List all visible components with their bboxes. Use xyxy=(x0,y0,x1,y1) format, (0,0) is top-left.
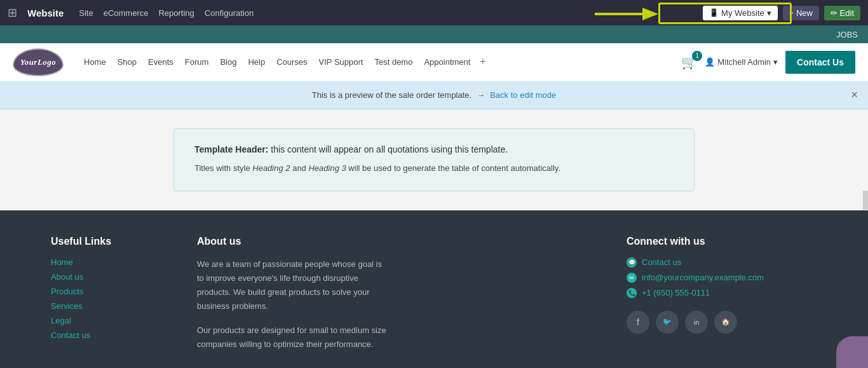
admin-nav-ecommerce[interactable]: eCommerce xyxy=(104,8,149,18)
footer-link-contact[interactable]: Contact us xyxy=(51,331,178,340)
user-label: Mitchell Admin xyxy=(717,57,771,67)
template-body: Titles with style Heading 2 and Heading … xyxy=(194,162,674,175)
footer-spacer xyxy=(407,236,607,352)
email-icon: ✉ xyxy=(627,273,637,283)
connect-links: 💬 Contact us ✉ info@yourcompany.example.… xyxy=(627,257,817,298)
nav-forum[interactable]: Forum xyxy=(180,53,214,71)
edit-button[interactable]: ✏ Edit xyxy=(824,6,860,20)
jobs-text: JOBS xyxy=(836,30,858,39)
contact-us-text: Contact us xyxy=(642,257,681,267)
about-title: About us xyxy=(197,236,388,247)
my-website-button[interactable]: 📱 My Website ▾ xyxy=(703,6,778,20)
admin-nav-reporting[interactable]: Reporting xyxy=(158,8,194,18)
nav-blog[interactable]: Blog xyxy=(215,53,241,71)
nav-test-demo[interactable]: Test demo xyxy=(369,53,417,71)
email-text: info@yourcompany.example.com xyxy=(642,273,764,282)
social-icons: f 🐦 in 🏠 xyxy=(627,311,817,334)
template-header-rest: this content will appear on all quotatio… xyxy=(268,144,508,154)
user-chevron-icon: ▾ xyxy=(773,57,778,67)
footer-email-link[interactable]: ✉ info@yourcompany.example.com xyxy=(627,273,817,283)
footer-link-home[interactable]: Home xyxy=(51,257,178,267)
nav-right: 🛒 1 👤 Mitchell Admin ▾ Contact Us xyxy=(681,51,855,74)
footer-contact-us-link[interactable]: 💬 Contact us xyxy=(627,257,817,268)
useful-links-title: Useful Links xyxy=(51,236,178,247)
mobile-icon: 📱 xyxy=(709,8,719,17)
nav-courses[interactable]: Courses xyxy=(271,53,312,71)
footer-about-section: About us We are a team of passionate peo… xyxy=(197,236,388,352)
facebook-button[interactable]: f xyxy=(627,311,649,334)
footer-link-about[interactable]: About us xyxy=(51,272,178,282)
nav-add-icon[interactable]: + xyxy=(477,55,489,69)
about-text-2: Our products are designed for small to m… xyxy=(197,324,388,351)
user-menu[interactable]: 👤 Mitchell Admin ▾ xyxy=(705,57,778,67)
logo: YourLogo xyxy=(13,48,64,76)
connect-title: Connect with us xyxy=(627,236,817,247)
jobs-bar: JOBS xyxy=(0,25,868,43)
cart-icon[interactable]: 🛒 1 xyxy=(681,55,697,70)
nav-links: Home Shop Events Forum Blog Help Courses… xyxy=(79,53,681,71)
new-button[interactable]: + New xyxy=(783,6,819,20)
chat-icon: 💬 xyxy=(627,257,637,268)
nav-appointment[interactable]: Appointment xyxy=(419,53,475,71)
phone-text: +1 (650) 555-0111 xyxy=(642,288,710,297)
template-header: Template Header: this content will appea… xyxy=(194,144,674,154)
linkedin-button[interactable]: in xyxy=(685,311,708,334)
main-content: Template Header: this content will appea… xyxy=(0,109,868,210)
heading3-ref: Heading 3 xyxy=(308,163,346,173)
nav-vip-support[interactable]: VIP Support xyxy=(314,53,369,71)
home-button[interactable]: 🏠 xyxy=(714,311,737,334)
twitter-button[interactable]: 🐦 xyxy=(656,311,679,334)
contact-us-button[interactable]: Contact Us xyxy=(785,51,855,74)
useful-links-list: Home About us Products Services Legal Co… xyxy=(51,257,178,340)
app-name: Website xyxy=(27,8,64,18)
cart-badge: 1 xyxy=(692,51,702,61)
footer-link-legal[interactable]: Legal xyxy=(51,316,178,325)
chevron-down-icon: ▾ xyxy=(767,8,771,18)
admin-bar-right: 📱 My Website ▾ + New ✏ Edit xyxy=(703,6,860,20)
phone-icon: 📞 xyxy=(627,288,637,298)
bottom-circle xyxy=(836,336,868,368)
template-header-bold: Template Header: xyxy=(194,144,268,154)
preview-banner: This is a preview of the sale order temp… xyxy=(0,81,868,109)
close-preview-button[interactable]: × xyxy=(851,88,858,102)
footer: Useful Links Home About us Products Serv… xyxy=(0,210,868,368)
resize-handle[interactable] xyxy=(863,191,868,210)
admin-nav-configuration[interactable]: Configuration xyxy=(205,8,254,18)
template-box: Template Header: this content will appea… xyxy=(173,128,695,191)
footer-link-services[interactable]: Services xyxy=(51,301,178,311)
footer-phone-link[interactable]: 📞 +1 (650) 555-0111 xyxy=(627,288,817,298)
nav-home[interactable]: Home xyxy=(79,53,111,71)
heading2-ref: Heading 2 xyxy=(252,163,290,173)
logo-area: YourLogo xyxy=(13,48,64,76)
about-text-1: We are a team of passionate people whose… xyxy=(197,257,388,313)
arrow-right-icon: → xyxy=(477,90,485,100)
footer-link-products[interactable]: Products xyxy=(51,287,178,296)
back-to-edit-link[interactable]: Back to edit mode xyxy=(490,90,556,100)
nav-events[interactable]: Events xyxy=(143,53,179,71)
user-icon: 👤 xyxy=(705,57,715,67)
arrow-indicator xyxy=(595,5,658,23)
website-nav: YourLogo Home Shop Events Forum Blog Hel… xyxy=(0,43,868,81)
admin-nav: Site eCommerce Reporting Configuration xyxy=(79,8,254,18)
nav-shop[interactable]: Shop xyxy=(112,53,142,71)
svg-marker-0 xyxy=(642,8,658,20)
footer-connect-section: Connect with us 💬 Contact us ✉ info@your… xyxy=(627,236,817,352)
nav-help[interactable]: Help xyxy=(243,53,270,71)
footer-useful-links-section: Useful Links Home About us Products Serv… xyxy=(51,236,178,352)
admin-nav-site[interactable]: Site xyxy=(79,8,93,18)
admin-bar: ⊞ Website Site eCommerce Reporting Confi… xyxy=(0,0,868,25)
preview-text: This is a preview of the sale order temp… xyxy=(312,90,471,100)
grid-icon[interactable]: ⊞ xyxy=(8,6,17,20)
